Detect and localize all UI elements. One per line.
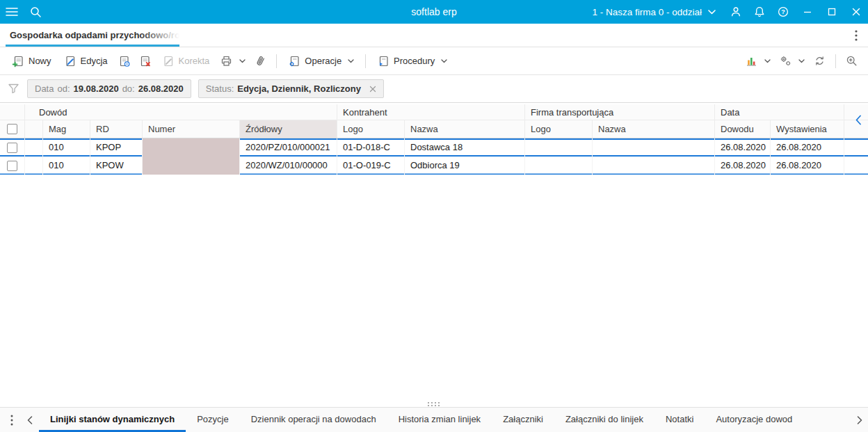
close-button[interactable]	[844, 0, 868, 24]
document-info-icon	[118, 55, 131, 67]
column-header-nazwa-transport[interactable]: Nazwa	[593, 120, 715, 138]
cell-data-dowodu: 26.08.2020	[715, 138, 771, 157]
notifications-button[interactable]	[748, 0, 771, 24]
operations-icon	[288, 55, 300, 67]
company-selector-label: 1 - Nasza firma 0 - oddział	[592, 7, 702, 17]
chart-dropdown-chevron-icon	[764, 59, 771, 63]
settings-button[interactable]	[775, 51, 809, 72]
group-header-row: Dowód Kontrahent Firma transportująca Da…	[0, 104, 868, 120]
column-header-spacer	[25, 120, 43, 138]
cell-rd: KPOP	[90, 138, 143, 157]
bottom-tab-autoryzacje[interactable]: Autoryzacje dowod	[705, 408, 803, 432]
scroll-tabs-right-button[interactable]	[851, 408, 868, 432]
row-checkbox[interactable]	[7, 143, 17, 153]
column-header-zrodlowy[interactable]: Źródłowy	[240, 120, 337, 138]
toolbar-divider	[365, 54, 366, 68]
main-menu-button[interactable]	[0, 0, 24, 24]
print-dropdown-chevron-icon	[239, 59, 246, 63]
bottom-tab-zalaczniki-do-linijek[interactable]: Załączniki do linijek	[554, 408, 654, 432]
chart-view-button[interactable]	[741, 51, 775, 72]
column-header-logo-transport[interactable]: Logo	[525, 120, 593, 138]
print-button[interactable]	[216, 51, 250, 72]
procedures-button[interactable]: Procedury	[371, 51, 453, 72]
data-grid: Dowód Kontrahent Firma transportująca Da…	[0, 103, 868, 401]
column-header-nazwa-kontrahenta[interactable]: Nazwa	[405, 120, 525, 138]
user-button[interactable]	[724, 0, 748, 24]
remove-status-filter-button[interactable]	[369, 86, 376, 93]
app-title: softlab erp	[411, 6, 456, 17]
column-header-mag[interactable]: Mag	[43, 120, 90, 138]
bottom-tab-historia-zmian[interactable]: Historia zmian linijek	[387, 408, 492, 432]
new-button[interactable]: Nowy	[6, 51, 58, 72]
bell-icon	[753, 6, 766, 18]
date-to-label: do:	[122, 83, 135, 94]
document-preview-button[interactable]	[114, 51, 135, 72]
grid-scroll-left-button[interactable]	[855, 115, 862, 125]
correction-button[interactable]: Korekta	[156, 51, 216, 72]
user-icon	[730, 6, 742, 18]
panel-splitter[interactable]	[0, 401, 868, 407]
paperclip-icon	[254, 54, 267, 67]
toolbar-right	[741, 51, 862, 72]
status-filter-value: Edycja, Dziennik, Rozliczony	[237, 83, 361, 94]
column-header-numer[interactable]: Numer	[143, 120, 240, 138]
refresh-button[interactable]	[809, 51, 830, 72]
select-all-checkbox[interactable]	[7, 124, 17, 134]
bottom-tab-dziennik-operacji[interactable]: Dziennik operacji na dowodach	[240, 408, 387, 432]
group-header-spacer	[0, 104, 25, 120]
cell-data-dowodu: 26.08.2020	[715, 157, 771, 175]
table-row[interactable]: 010 KPOP 2020/PZ/010/000021 01-D-018-C D…	[0, 138, 868, 157]
column-header-data-wystawienia[interactable]: Wystawienia	[771, 120, 844, 138]
row-checkbox[interactable]	[7, 161, 17, 171]
column-header-rd[interactable]: RD	[90, 120, 143, 138]
app-window: softlab erp 1 - Nasza firma 0 - oddział	[0, 0, 868, 432]
gears-icon	[779, 54, 792, 67]
topbar: softlab erp 1 - Nasza firma 0 - oddział	[0, 0, 868, 24]
cell-logo-transport	[525, 157, 593, 175]
cell-nazwa-kontrahenta: Odbiorca 19	[405, 157, 525, 175]
settings-dropdown-chevron-icon	[798, 59, 805, 63]
global-search-button[interactable]	[24, 0, 47, 24]
scroll-tabs-left-button[interactable]	[21, 408, 39, 432]
toolbar: Nowy Edycja Korekta	[0, 47, 868, 75]
procedures-button-label: Procedury	[394, 56, 435, 66]
date-filter-chip[interactable]: Data od: 19.08.2020 do: 26.08.2020	[27, 79, 191, 98]
procedures-dropdown-chevron-icon	[441, 59, 447, 63]
chevron-left-icon	[855, 115, 862, 125]
toolbar-divider	[835, 54, 836, 68]
bottom-tab-linijki-stanow[interactable]: Linijki stanów dynamicznych	[39, 408, 186, 432]
date-to-value: 26.08.2020	[138, 83, 184, 94]
splitter-grip-handle	[427, 401, 441, 407]
kebab-icon	[10, 415, 13, 426]
document-tabbar: Gospodarka odpadami przychodowo/ro	[0, 24, 868, 47]
minimize-button[interactable]	[795, 0, 819, 24]
tab-overflow-button[interactable]	[844, 24, 868, 47]
operations-button[interactable]: Operacje	[282, 51, 360, 72]
cell-zrodlowy: 2020/PZ/010/000021	[240, 138, 337, 157]
table-row[interactable]: 010 KPOW 2020/WZ/010/00000 01-O-019-C Od…	[0, 157, 868, 175]
advanced-search-button[interactable]	[841, 51, 862, 72]
document-tab-active[interactable]: Gospodarka odpadami przychodowo/ro	[0, 24, 179, 47]
bar-chart-icon	[745, 54, 758, 67]
attachments-button[interactable]	[250, 51, 271, 72]
bottom-tab-menu-button[interactable]	[3, 408, 21, 432]
company-selector[interactable]: 1 - Nasza firma 0 - oddział	[584, 0, 724, 24]
bottom-tab-zalaczniki[interactable]: Załączniki	[492, 408, 554, 432]
help-button[interactable]: ?	[771, 0, 795, 24]
column-header-data-dowodu[interactable]: Dowodu	[715, 120, 771, 138]
maximize-button[interactable]	[819, 0, 844, 24]
column-header-logo-kontrahenta[interactable]: Logo	[337, 120, 405, 138]
document-delete-button[interactable]	[135, 51, 156, 72]
status-filter-chip[interactable]: Status: Edycja, Dziennik, Rozliczony	[198, 79, 384, 98]
edit-button[interactable]: Edycja	[58, 51, 114, 72]
printer-icon	[220, 54, 233, 67]
row-spacer-cell	[25, 157, 43, 175]
bottom-tab-notatki[interactable]: Notatki	[654, 408, 705, 432]
chevron-right-icon	[857, 416, 862, 424]
maximize-icon	[828, 8, 836, 16]
edit-button-label: Edycja	[81, 56, 108, 66]
cell-numer-redacted	[143, 138, 240, 157]
bottom-tab-pozycje[interactable]: Pozycje	[186, 408, 240, 432]
tab-label-fade	[139, 24, 179, 45]
cell-end	[844, 157, 868, 175]
